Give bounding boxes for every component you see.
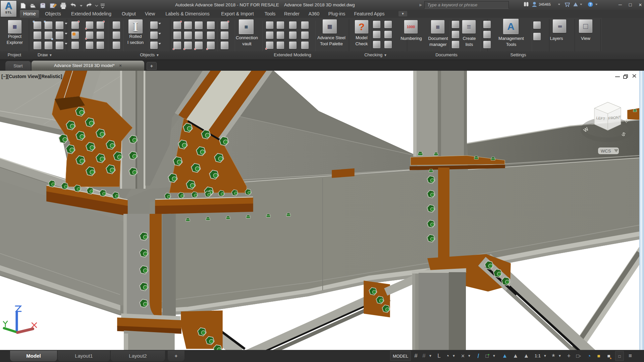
svg-text:345465: 345465 (539, 2, 551, 6)
svg-text:WCS: WCS (601, 148, 611, 154)
svg-text:[−][Custom View][Realistic]: [−][Custom View][Realistic] (1, 74, 62, 79)
svg-text:?: ? (589, 2, 592, 6)
